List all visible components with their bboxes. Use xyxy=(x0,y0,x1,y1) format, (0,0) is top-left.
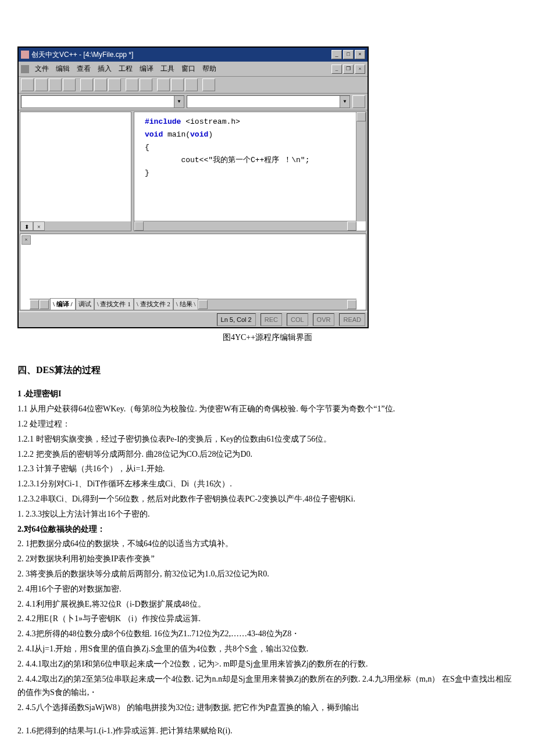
tab-nav-end-icon[interactable] xyxy=(198,300,208,309)
text-line: 2. 3将变换后的数据块等分成前后两部分, 前32位记为1.0,后32位记为R0… xyxy=(17,567,518,581)
text-line: 1.2.3.1分别对Ci-1、DiT作循环左移来生成Ci、Di（共16次）. xyxy=(17,477,518,491)
text-line: 1. 2.3.3按以上方法计算出16个子密的. xyxy=(17,507,518,521)
open-icon[interactable] xyxy=(35,78,48,91)
window-title: 创天中文VC++ - [4:\MyFile.cpp *] xyxy=(31,49,331,60)
window-list-icon[interactable] xyxy=(185,78,198,91)
copy-icon[interactable] xyxy=(94,78,107,91)
close-button[interactable]: × xyxy=(355,50,365,59)
tab-nav-left-icon[interactable] xyxy=(30,300,39,309)
text-line: 2. 4.3把所得的48位数分成8个6位数组. 16位为Z1..712位为Z2,… xyxy=(17,627,518,641)
paste-icon[interactable] xyxy=(108,78,121,91)
menubar: 文件 编辑 查看 插入 工程 编译 工具 窗口 帮助 _ ❐ × xyxy=(19,62,368,76)
toolbar-main xyxy=(19,77,368,94)
chevron-down-icon[interactable]: ▼ xyxy=(340,96,349,108)
tab-nav-right-icon[interactable] xyxy=(40,300,49,309)
text-line: 1.2.1 时密钥实旗变换，经过子密切换位表Pe-I的变换后，Key的位数由61… xyxy=(17,432,518,446)
text-line: 2. 2对数据块利用初始变换IP表作变换” xyxy=(17,552,518,566)
text-line: 2. 1把数据分成64位的数据块，不城64位的以适当方式填补。 xyxy=(17,537,518,551)
output-close-button[interactable]: × xyxy=(22,235,31,245)
child-close-button[interactable]: × xyxy=(355,65,365,74)
text-line: 1.2.3 计算子密蜴（共16个），从i=1.开始. xyxy=(17,462,518,476)
text-line: 2. 4用16个子密的对数据加密. xyxy=(17,582,518,596)
text-line: 2. 4.2用E{R（卜1»与子密钥K （i）作按位异成运算. xyxy=(17,612,518,626)
fileview-tab[interactable]: × xyxy=(33,221,45,231)
code-editor[interactable]: #include <iostream.h> void main(void) { … xyxy=(134,112,366,231)
tab-compile[interactable]: \ 编译 / xyxy=(50,298,76,310)
classview-tab[interactable]: ⬍ xyxy=(20,221,33,231)
statusbar: Ln 5, Col 2 REC COL OVR READ xyxy=(19,311,368,328)
tab-find2[interactable]: \ 查找文件 2 xyxy=(134,298,173,310)
app-icon xyxy=(21,51,29,59)
menu-build[interactable]: 编译 xyxy=(136,63,157,74)
menu-help[interactable]: 帮助 xyxy=(199,63,220,74)
menu-window[interactable]: 窗口 xyxy=(178,63,199,74)
redo-icon[interactable] xyxy=(140,78,152,91)
code-text[interactable]: #include <iostream.h> void main(void) { … xyxy=(134,112,366,231)
subsection-2: 2.对64位敝福块的处理： xyxy=(17,522,518,536)
scroll-up-icon[interactable] xyxy=(356,112,366,121)
tab-find1[interactable]: \ 查找文件 1 xyxy=(94,298,134,310)
horizontal-scrollbar[interactable] xyxy=(134,221,356,231)
output-pane[interactable]: × \ 编译 / 调试 \ 查找文件 1 \ 查找文件 2 \ 结果 \ xyxy=(20,234,366,310)
section-heading: 四、DES算法的过程 xyxy=(17,362,518,378)
tab-result[interactable]: \ 结果 \ xyxy=(173,298,199,310)
doc-icon xyxy=(21,65,29,73)
text-line: 2. 4.5八个选择函数SjaWjW8） 的输电拼接为32位; 进制数据, 把它… xyxy=(17,701,518,715)
scroll-right-icon[interactable] xyxy=(347,221,356,231)
save-all-icon[interactable] xyxy=(63,78,76,91)
output-scroll-right-icon[interactable] xyxy=(347,300,356,309)
menu-view[interactable]: 查看 xyxy=(73,63,94,74)
tab-debug[interactable]: 调试 xyxy=(76,298,94,310)
text-line: 2. 4.I从j=1.开始，用S食里的值自换Zj.S盒里的值为4位数，共8个S盒… xyxy=(17,642,518,656)
text-line: 2. 1.6把得到的结果与1.(i-1.)作异或运算. 把计算结果赋给R(i). xyxy=(17,724,518,738)
text-line: 1.2.2 把变换后的密钥等分成两部分. 曲28位记为CO.后28位记为D0. xyxy=(17,447,518,461)
workspace: ⬍ × #include <iostream.h> void main(void… xyxy=(19,110,368,232)
target-combo[interactable]: ▼ xyxy=(187,95,350,108)
workspace-icon[interactable] xyxy=(157,78,170,91)
titlebar: 创天中文VC++ - [4:\MyFile.cpp *] _ □ × xyxy=(19,48,368,62)
menu-file[interactable]: 文件 xyxy=(31,63,52,74)
minimize-button[interactable]: _ xyxy=(331,50,342,59)
new-icon[interactable] xyxy=(21,78,34,91)
ide-window: 创天中文VC++ - [4:\MyFile.cpp *] _ □ × 文件 编辑… xyxy=(17,46,369,328)
output-icon[interactable] xyxy=(171,78,184,91)
status-rec: REC xyxy=(261,313,282,327)
vertical-scrollbar[interactable] xyxy=(356,112,366,221)
text-line: 2. 4.4.1取出Zj的第I和第6位申联起来成一个2位数，记为>. m即是Sj… xyxy=(17,657,518,671)
menu-edit[interactable]: 编辑 xyxy=(52,63,73,74)
find-icon[interactable] xyxy=(202,78,215,91)
text-line: 2. 4.4.2取出Zj的第2至第5位串联起来成一个4位数. 记为n.n却是Sj… xyxy=(17,672,518,700)
maximize-button[interactable]: □ xyxy=(343,50,354,59)
status-ovr: OVR xyxy=(313,313,335,327)
cut-icon[interactable] xyxy=(80,78,93,91)
child-minimize-button[interactable]: _ xyxy=(331,65,342,74)
menu-insert[interactable]: 插入 xyxy=(94,63,115,74)
scroll-left-icon[interactable] xyxy=(134,221,144,231)
combo-button[interactable] xyxy=(352,95,365,108)
undo-icon[interactable] xyxy=(126,78,138,91)
chevron-down-icon[interactable]: ▼ xyxy=(174,96,184,108)
document-body: 1 .处理密钥I 1.1 从用户处获得64位密WKey.（每第8位为校脸位. 为… xyxy=(17,387,518,737)
output-tabs: \ 编译 / 调试 \ 查找文件 1 \ 查找文件 2 \ 结果 \ xyxy=(30,299,356,310)
subsection-1: 1 .处理密钥I xyxy=(17,387,518,401)
child-restore-button[interactable]: ❐ xyxy=(343,65,354,74)
text-line: 1.2 处理过程： xyxy=(17,417,518,431)
text-line: 1.2.3.2串联Ci、Di,得到一个56位数，然后对此数作子密钥换位表PC-2… xyxy=(17,492,518,506)
config-combo[interactable]: ▼ xyxy=(21,95,184,108)
status-col: COL xyxy=(287,313,308,327)
workspace-pane[interactable]: ⬍ × xyxy=(20,112,131,231)
status-position: Ln 5, Col 2 xyxy=(217,313,256,327)
figure-caption: 图4YC++源程序编辑界面 xyxy=(17,331,518,345)
text-line: 1.1 从用户处获得64位密WKey.（每第8位为校脸位. 为使密W有正确的奇偶… xyxy=(17,402,518,416)
toolbar-combos: ▼ ▼ xyxy=(19,94,368,110)
save-icon[interactable] xyxy=(49,78,62,91)
status-read: READ xyxy=(339,313,365,327)
menu-tools[interactable]: 工具 xyxy=(157,63,178,74)
text-line: 2. 4.1利用扩展祝换E,将32位R（i-D数据扩展成48位。 xyxy=(17,597,518,611)
menu-project[interactable]: 工程 xyxy=(115,63,136,74)
